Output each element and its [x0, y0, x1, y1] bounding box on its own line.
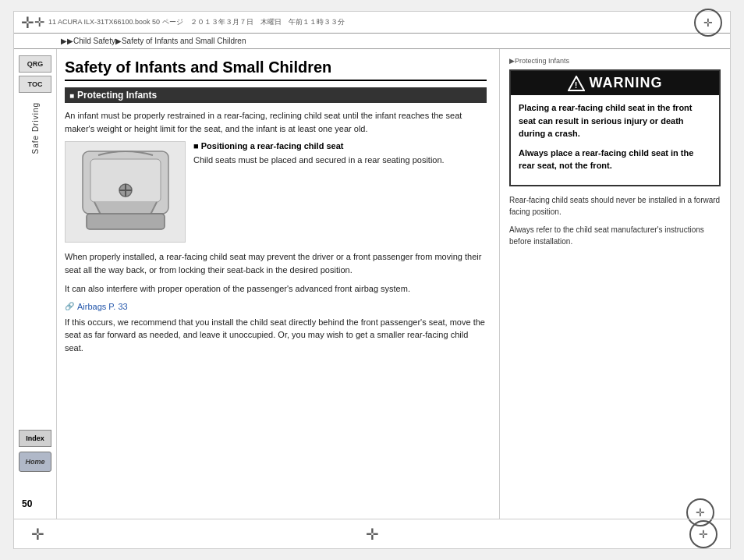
warning-triangle-icon: !: [568, 76, 585, 91]
body-text3: If this occurs, we recommend that you in…: [65, 316, 487, 355]
page-number: 50: [22, 498, 32, 509]
right-breadcrumb: ▶Protecting Infants: [509, 57, 721, 65]
note-text2: Always refer to the child seat manufactu…: [509, 224, 721, 247]
breadcrumb-bar: ▶▶Child Safety▶Safety of Infants and Sma…: [14, 34, 730, 49]
compass-bottom-right: ✛: [686, 498, 714, 519]
left-page-content: Safety of Infants and Small Children Pro…: [57, 49, 500, 519]
positioning-title: Positioning a rear-facing child seat: [193, 141, 487, 151]
warning-body: Placing a rear-facing child seat in the …: [511, 95, 719, 185]
link-icon: 🔗: [65, 302, 74, 310]
two-col-section: Positioning a rear-facing child seat Chi…: [65, 141, 487, 243]
crosshair-bottom-center: [361, 523, 383, 545]
warning-text1: Placing a rear-facing child seat in the …: [519, 101, 711, 140]
airbags-link-text: Airbags P. 33: [77, 302, 128, 311]
toc-button[interactable]: TOC: [19, 76, 51, 93]
compass-bottom-right-footer: ✛: [689, 520, 717, 548]
qrg-button[interactable]: QRG: [19, 55, 51, 73]
airbags-link[interactable]: 🔗 Airbags P. 33: [65, 302, 487, 311]
left-sidebar: QRG TOC Safe Driving Index Home 50: [14, 49, 57, 519]
breadcrumb-text: ▶▶Child Safety▶Safety of Infants and Sma…: [61, 37, 246, 45]
positioning-body: Child seats must be placed and secured i…: [193, 154, 487, 167]
page-title: Safety of Infants and Small Children: [65, 58, 487, 81]
right-breadcrumb-text: ▶Protecting Infants: [509, 57, 569, 65]
sidebar-bottom: Index Home: [19, 430, 51, 472]
home-button[interactable]: Home: [19, 452, 51, 472]
intro-text: An infant must be properly restrained in…: [65, 109, 487, 135]
book-page: ✛ 11 ACURA ILX-31TX66100.book 50 ページ ２０１…: [13, 11, 731, 549]
body-text2: It can also interfere with proper operat…: [65, 282, 487, 296]
warning-text2: Always place a rear-facing child seat in…: [519, 147, 711, 172]
crosshair-bottom-left: [27, 523, 48, 545]
positioning-text: Positioning a rear-facing child seat Chi…: [193, 141, 487, 243]
index-button[interactable]: Index: [19, 430, 51, 447]
crosshair-top-left: ✛: [22, 12, 44, 34]
main-content: QRG TOC Safe Driving Index Home 50 Safet…: [14, 49, 730, 519]
warning-box: ! WARNING Placing a rear-facing child se…: [509, 69, 721, 186]
section-header: Protecting Infants: [65, 87, 487, 103]
footer-area: ✛: [14, 519, 730, 548]
warning-header: ! WARNING: [511, 71, 719, 95]
right-page-content: ▶Protecting Infants ! WARNING Placing a …: [500, 49, 730, 519]
section-label: Safe Driving: [31, 102, 40, 154]
header-bar: ✛ 11 ACURA ILX-31TX66100.book 50 ページ ２０１…: [14, 12, 730, 34]
child-seat-image: [65, 141, 186, 243]
compass-top-right: ✛: [694, 9, 722, 37]
svg-text:!: !: [574, 80, 578, 90]
file-info: 11 ACURA ILX-31TX66100.book 50 ページ ２０１３年…: [48, 17, 345, 27]
body-text1: When properly installed, a rear-facing c…: [65, 250, 487, 276]
note-text1: Rear-facing child seats should never be …: [509, 194, 721, 218]
svg-rect-2: [87, 214, 165, 229]
warning-title: WARNING: [590, 75, 663, 91]
page-wrapper: ✛ 11 ACURA ILX-31TX66100.book 50 ページ ２０１…: [0, 0, 744, 560]
